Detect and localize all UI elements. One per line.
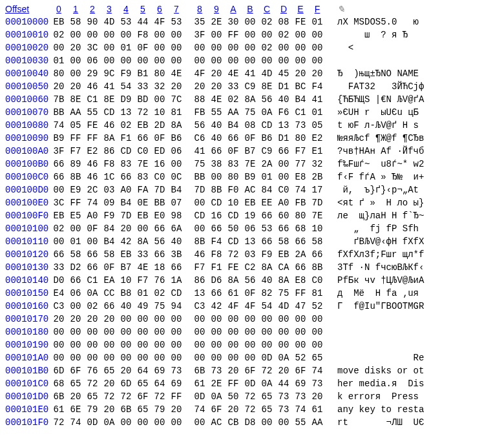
hex-byte[interactable]: C1 bbox=[84, 93, 101, 106]
hex-byte[interactable]: 8B bbox=[191, 235, 208, 248]
hex-byte[interactable]: 66 bbox=[101, 300, 118, 313]
hex-byte[interactable]: AC bbox=[242, 183, 258, 196]
hex-byte[interactable]: 00 bbox=[191, 326, 208, 338]
hex-byte[interactable]: A0 bbox=[118, 183, 134, 196]
hex-byte[interactable]: 73 bbox=[292, 390, 309, 403]
hex-byte[interactable]: 4E bbox=[168, 67, 185, 80]
hex-byte[interactable]: 00 bbox=[168, 313, 185, 326]
hex-byte[interactable]: 42 bbox=[118, 235, 134, 248]
hex-byte[interactable]: 00 bbox=[242, 338, 258, 351]
hex-byte[interactable]: 00 bbox=[67, 338, 84, 351]
hex-byte[interactable]: 00 bbox=[258, 28, 275, 41]
offset-cell[interactable]: 00010170 bbox=[4, 313, 50, 326]
hex-byte[interactable]: 01 bbox=[50, 54, 67, 67]
hex-byte[interactable]: 00 bbox=[191, 222, 208, 235]
hex-byte[interactable]: 00 bbox=[258, 416, 275, 429]
hex-byte[interactable]: 82 bbox=[258, 287, 275, 300]
hex-byte[interactable]: 00 bbox=[134, 313, 151, 326]
hex-byte[interactable]: E0 bbox=[151, 209, 168, 222]
hex-byte[interactable]: FB bbox=[191, 106, 208, 119]
hex-byte[interactable]: 00 bbox=[225, 54, 242, 67]
ascii-cell[interactable]: „ fj fP Sfh bbox=[326, 222, 492, 235]
hex-byte[interactable]: 66 bbox=[168, 261, 185, 274]
hex-byte[interactable]: 00 bbox=[84, 338, 101, 351]
hex-byte[interactable]: 16 bbox=[208, 209, 225, 222]
hex-byte[interactable]: 6F bbox=[67, 364, 84, 377]
hex-byte[interactable]: 66 bbox=[67, 274, 84, 287]
hex-byte[interactable]: 00 bbox=[118, 326, 134, 338]
hex-byte[interactable]: 20 bbox=[118, 364, 134, 377]
hex-byte[interactable]: 00 bbox=[292, 326, 309, 338]
hex-byte[interactable]: 00 bbox=[101, 41, 118, 54]
hex-byte[interactable]: 65 bbox=[134, 377, 151, 390]
hex-byte[interactable]: 69 bbox=[292, 377, 309, 390]
hex-byte[interactable]: 68 bbox=[50, 377, 67, 390]
offset-cell[interactable]: 00010040 bbox=[4, 67, 50, 80]
hex-byte[interactable]: 8B bbox=[67, 171, 84, 183]
hex-byte[interactable]: 03 bbox=[101, 183, 118, 196]
ascii-cell[interactable]: <яt ґ » Н ло ы} bbox=[326, 196, 492, 209]
hex-byte[interactable]: 8E bbox=[101, 93, 118, 106]
hex-byte[interactable]: 0A bbox=[208, 390, 225, 403]
hex-byte[interactable]: 00 bbox=[225, 313, 242, 326]
hex-byte[interactable]: 0A bbox=[101, 416, 118, 429]
hex-byte[interactable]: 00 bbox=[258, 326, 275, 338]
hex-byte[interactable]: 79 bbox=[151, 403, 168, 416]
hex-byte[interactable]: 02 bbox=[151, 287, 168, 300]
hex-byte[interactable]: 00 bbox=[134, 416, 151, 429]
hex-byte[interactable]: E8 bbox=[292, 171, 309, 183]
offset-cell[interactable]: 000101C0 bbox=[4, 377, 50, 390]
hex-byte[interactable]: 00 bbox=[225, 351, 242, 364]
hex-byte[interactable]: 00 bbox=[191, 416, 208, 429]
hex-byte[interactable]: 00 bbox=[292, 28, 309, 41]
hex-byte[interactable]: 01 bbox=[67, 235, 84, 248]
hex-byte[interactable]: 00 bbox=[258, 54, 275, 67]
hex-byte[interactable]: 55 bbox=[292, 416, 309, 429]
hex-byte[interactable]: 75 bbox=[191, 158, 208, 171]
hex-byte[interactable]: 46 bbox=[84, 80, 101, 93]
hex-byte[interactable]: 33 bbox=[50, 261, 67, 274]
hex-byte[interactable]: 73 bbox=[275, 403, 292, 416]
hex-byte[interactable]: 05 bbox=[67, 119, 84, 132]
hex-byte[interactable]: F8 bbox=[134, 28, 151, 41]
hex-byte[interactable]: 66 bbox=[225, 132, 242, 145]
hex-byte[interactable]: 6F bbox=[208, 403, 225, 416]
hex-byte[interactable]: FA bbox=[134, 183, 151, 196]
hex-byte[interactable]: 8E bbox=[258, 80, 275, 93]
hex-byte[interactable]: 00 bbox=[67, 67, 84, 80]
hex-byte[interactable]: 00 bbox=[67, 326, 84, 338]
hex-column-header-6[interactable]: 6 bbox=[151, 3, 168, 16]
ascii-cell[interactable]: Г f@Iu"ГBOOTMGR bbox=[326, 300, 492, 313]
hex-byte[interactable]: 03 bbox=[242, 248, 258, 261]
hex-byte[interactable]: 00 bbox=[151, 313, 168, 326]
hex-byte[interactable]: CA bbox=[275, 261, 292, 274]
hex-byte[interactable]: 20 bbox=[67, 80, 84, 93]
hex-byte[interactable]: 00 bbox=[309, 41, 326, 54]
hex-byte[interactable]: 20 bbox=[168, 80, 185, 93]
hex-byte[interactable]: 00 bbox=[191, 351, 208, 364]
hex-byte[interactable]: 54 bbox=[258, 300, 275, 313]
hex-column-header-4[interactable]: 4 bbox=[118, 3, 134, 16]
hex-byte[interactable]: FB bbox=[292, 196, 309, 209]
hex-byte[interactable]: 80 bbox=[292, 209, 309, 222]
hex-byte[interactable]: 4F bbox=[242, 300, 258, 313]
hex-byte[interactable]: C0 bbox=[275, 183, 292, 196]
hex-byte[interactable]: E1 bbox=[309, 145, 326, 158]
hex-byte[interactable]: 00 bbox=[242, 326, 258, 338]
ascii-cell[interactable] bbox=[326, 54, 492, 67]
hex-byte[interactable]: 01 bbox=[118, 41, 134, 54]
hex-byte[interactable]: 73 bbox=[168, 364, 185, 377]
hex-byte[interactable]: 00 bbox=[118, 54, 134, 67]
hex-byte[interactable]: 40 bbox=[168, 235, 185, 248]
hex-byte[interactable]: 6D bbox=[118, 377, 134, 390]
hex-byte[interactable]: 05 bbox=[309, 119, 326, 132]
hex-byte[interactable]: 13 bbox=[242, 235, 258, 248]
hex-column-header-0[interactable]: 0 bbox=[50, 3, 67, 16]
hex-byte[interactable]: 00 bbox=[242, 28, 258, 41]
offset-cell[interactable]: 000100E0 bbox=[4, 196, 50, 209]
hex-byte[interactable]: A0 bbox=[275, 196, 292, 209]
hex-byte[interactable]: 00 bbox=[151, 41, 168, 54]
hex-byte[interactable]: 3F bbox=[191, 28, 208, 41]
hex-byte[interactable]: 72 bbox=[118, 390, 134, 403]
hex-byte[interactable]: 45 bbox=[275, 67, 292, 80]
